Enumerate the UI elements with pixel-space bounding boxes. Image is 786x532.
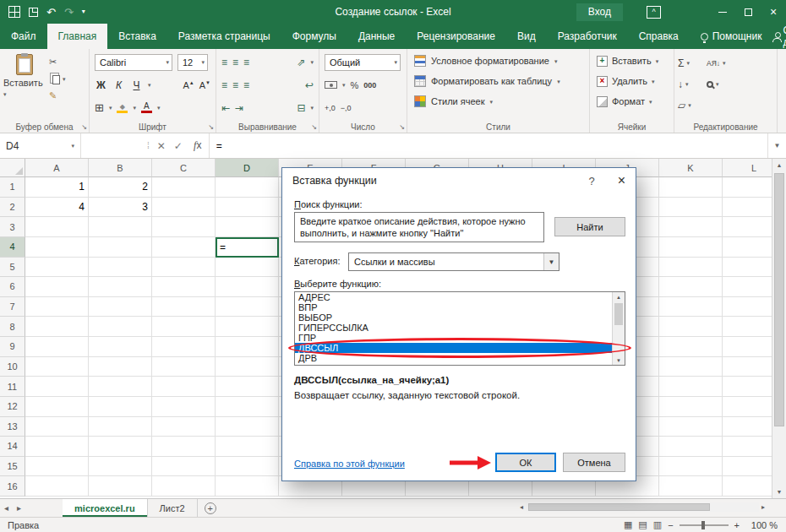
- cell-L7[interactable]: [723, 297, 772, 318]
- tab-Помощник[interactable]: Помощник: [690, 24, 773, 49]
- cell-D12[interactable]: [216, 397, 279, 417]
- scroll-down-icon[interactable]: ▼: [777, 486, 783, 498]
- currency-dropdown-icon[interactable]: ▾: [342, 82, 346, 88]
- horizontal-scroll-thumb[interactable]: [528, 503, 710, 511]
- cell-B9[interactable]: [89, 337, 152, 357]
- cell-A14[interactable]: [25, 437, 89, 457]
- orientation-dropdown-icon[interactable]: ▾: [310, 59, 314, 65]
- cell-C12[interactable]: [152, 397, 216, 417]
- font-family-select[interactable]: Calibri▾: [95, 54, 172, 71]
- dialog-help-icon[interactable]: ?: [588, 175, 594, 187]
- ribbon-display-options-icon[interactable]: ^: [647, 6, 661, 19]
- cell-C16[interactable]: [152, 476, 216, 497]
- cell-L16[interactable]: [723, 476, 772, 497]
- row-header-12[interactable]: 12: [0, 397, 25, 417]
- tab-Вид[interactable]: Вид: [506, 24, 547, 49]
- cell-A1[interactable]: 1: [25, 177, 89, 198]
- cell-L11[interactable]: [723, 377, 772, 397]
- tab-Файл[interactable]: Файл: [0, 24, 47, 49]
- percent-format-icon[interactable]: %: [351, 80, 359, 90]
- cell-D9[interactable]: [216, 337, 279, 357]
- cell-K7[interactable]: [659, 297, 723, 318]
- confirm-entry-icon[interactable]: ✓: [170, 140, 187, 152]
- scroll-up-icon[interactable]: ▲: [777, 159, 783, 171]
- number-dialog-launcher-icon[interactable]: ↘: [399, 124, 405, 131]
- row-header-7[interactable]: 7: [0, 297, 25, 318]
- column-header-C[interactable]: C: [152, 159, 216, 177]
- cell-D14[interactable]: [216, 437, 279, 457]
- function-item-ГПР[interactable]: ГПР: [295, 333, 625, 343]
- zoom-slider-thumb[interactable]: [701, 521, 705, 529]
- format-cells-button[interactable]: Формат▾: [593, 91, 670, 111]
- function-item-ВПР[interactable]: ВПР: [295, 302, 625, 312]
- clipboard-dialog-launcher-icon[interactable]: ↘: [81, 124, 87, 131]
- category-select[interactable]: Ссылки и массивы ▼: [348, 252, 559, 271]
- borders-dropdown-icon[interactable]: ▾: [109, 105, 112, 111]
- cell-D2[interactable]: [216, 198, 279, 218]
- cell-B16[interactable]: [89, 476, 152, 497]
- tab-Данные[interactable]: Данные: [347, 24, 406, 49]
- cell-B4[interactable]: [89, 237, 152, 258]
- ok-button[interactable]: ОК: [495, 453, 556, 472]
- cell-C9[interactable]: [152, 337, 216, 357]
- column-header-K[interactable]: K: [659, 159, 723, 177]
- cell-L1[interactable]: [723, 177, 772, 198]
- zoom-slider[interactable]: [680, 524, 729, 526]
- formula-input[interactable]: =: [209, 133, 767, 158]
- normal-view-icon[interactable]: ▦: [624, 519, 632, 530]
- cell-D8[interactable]: [216, 317, 279, 337]
- cell-B7[interactable]: [89, 297, 152, 318]
- listbox-scroll-thumb[interactable]: [614, 303, 623, 325]
- cell-L4[interactable]: [723, 237, 772, 258]
- align-right-icon[interactable]: ≡: [243, 80, 249, 90]
- row-header-16[interactable]: 16: [0, 476, 25, 497]
- fill-color-dropdown-icon[interactable]: ▾: [133, 105, 136, 111]
- function-item-ДРВ[interactable]: ДРВ: [295, 353, 625, 363]
- maximize-button[interactable]: [735, 0, 761, 24]
- currency-format-icon[interactable]: [325, 81, 337, 89]
- cell-B15[interactable]: [89, 457, 152, 477]
- alignment-dialog-launcher-icon[interactable]: ↘: [311, 124, 317, 131]
- cell-B8[interactable]: [89, 317, 152, 337]
- cell-K4[interactable]: [659, 237, 723, 258]
- tab-Формулы[interactable]: Формулы: [281, 24, 347, 49]
- cell-D5[interactable]: [216, 258, 279, 278]
- customize-quick-access-icon[interactable]: ▾: [82, 8, 85, 15]
- cell-A9[interactable]: [25, 337, 89, 357]
- listbox-scroll-up-icon[interactable]: ▲: [616, 292, 621, 301]
- cell-A13[interactable]: [25, 417, 89, 437]
- cell-K2[interactable]: [659, 198, 723, 218]
- cell-C3[interactable]: [152, 217, 216, 237]
- cell-styles-button[interactable]: Стили ячеек▾: [411, 91, 586, 111]
- cell-C8[interactable]: [152, 317, 216, 337]
- cell-A12[interactable]: [25, 397, 89, 417]
- cell-D7[interactable]: [216, 297, 279, 318]
- row-header-2[interactable]: 2: [0, 198, 25, 218]
- cell-L14[interactable]: [723, 437, 772, 457]
- active-cell-D4[interactable]: =: [216, 237, 279, 258]
- tab-Разметка страницы[interactable]: Разметка страницы: [167, 24, 281, 49]
- dialog-close-icon[interactable]: ×: [618, 173, 625, 188]
- function-item-ГИПЕРССЫЛКА[interactable]: ГИПЕРССЫЛКА: [295, 323, 625, 333]
- cell-C6[interactable]: [152, 277, 216, 297]
- decrease-indent-icon[interactable]: ⇤: [221, 103, 230, 113]
- align-bottom-icon[interactable]: ≡: [243, 57, 249, 68]
- cell-A5[interactable]: [25, 258, 89, 278]
- align-top-icon[interactable]: ≡: [221, 57, 227, 68]
- cell-L12[interactable]: [723, 397, 772, 417]
- fill-color-icon[interactable]: [117, 103, 128, 113]
- cell-B10[interactable]: [89, 357, 152, 377]
- cut-button[interactable]: ✂: [49, 56, 66, 68]
- column-header-A[interactable]: A: [25, 159, 89, 177]
- cell-K3[interactable]: [659, 217, 723, 237]
- cell-D13[interactable]: [216, 417, 279, 437]
- cell-C2[interactable]: [152, 198, 216, 218]
- cell-A16[interactable]: [25, 476, 89, 497]
- conditional-formatting-button[interactable]: Условное форматирование▾: [411, 51, 586, 71]
- tab-Главная[interactable]: Главная: [47, 24, 108, 49]
- row-header-11[interactable]: 11: [0, 377, 25, 397]
- delete-cells-button[interactable]: × Удалить▾: [593, 71, 670, 91]
- cell-B13[interactable]: [89, 417, 152, 437]
- close-button[interactable]: ×: [761, 0, 786, 24]
- cell-A15[interactable]: [25, 457, 89, 477]
